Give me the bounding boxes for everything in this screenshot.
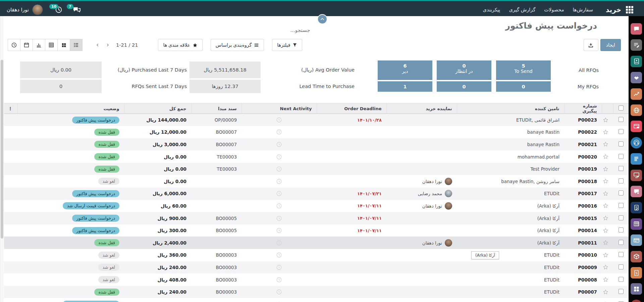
next-activity-cell[interactable] bbox=[241, 286, 317, 298]
activity-clock-icon[interactable] bbox=[276, 277, 282, 283]
star-icon[interactable] bbox=[603, 141, 608, 147]
row-select-cell[interactable] bbox=[613, 150, 629, 163]
barcode-app-icon[interactable] bbox=[631, 218, 642, 230]
tile-tosend-my[interactable]: 0 bbox=[496, 81, 551, 92]
tile-tosend-all[interactable]: 5 To Send bbox=[496, 60, 551, 80]
row-checkbox[interactable] bbox=[619, 203, 624, 208]
view-kanban-button[interactable] bbox=[57, 39, 70, 51]
row-checkbox[interactable] bbox=[619, 190, 624, 196]
table-row[interactable]: P00021banaye RastinBO000073,000.00 ریالق… bbox=[4, 138, 629, 151]
row-checkbox[interactable] bbox=[619, 240, 624, 245]
apps-grid-icon[interactable] bbox=[626, 6, 633, 13]
row-star-cell[interactable] bbox=[602, 114, 613, 126]
row-star-cell[interactable] bbox=[602, 187, 613, 200]
table-row[interactable]: P00010ETUDitBO00003360.00 ریاللغو شد bbox=[4, 249, 629, 261]
favorites-button[interactable]: علاقه مندی ها bbox=[158, 39, 202, 51]
star-icon[interactable] bbox=[603, 191, 608, 197]
row-star-cell[interactable] bbox=[602, 224, 613, 237]
row-checkbox[interactable] bbox=[619, 289, 624, 294]
star-icon[interactable] bbox=[603, 252, 608, 258]
activity-clock-icon[interactable] bbox=[276, 227, 282, 233]
activity-clock-icon[interactable] bbox=[276, 240, 282, 246]
row-select-cell[interactable] bbox=[613, 224, 629, 237]
row-star-cell[interactable] bbox=[602, 273, 613, 286]
website-app-icon[interactable] bbox=[631, 104, 642, 116]
status-header[interactable]: وضعیت bbox=[17, 103, 124, 114]
activity-clock-icon[interactable] bbox=[276, 166, 282, 172]
app-menu-purchase[interactable]: خرید bbox=[606, 6, 621, 14]
source-document-header[interactable]: سند مبدا bbox=[191, 103, 241, 114]
table-row[interactable]: P00023ETUDit, اشراق قائمی۱۴۰۱/۱۰/۲۸OP/00… bbox=[4, 114, 629, 126]
row-select-cell[interactable] bbox=[613, 273, 629, 286]
pager-previous-button[interactable] bbox=[93, 40, 103, 50]
star-icon[interactable] bbox=[603, 289, 608, 295]
row-star-cell[interactable] bbox=[602, 175, 613, 187]
row-select-cell[interactable] bbox=[613, 236, 629, 249]
user-menu[interactable]: نورا دهقان bbox=[7, 7, 29, 13]
activity-clock-icon[interactable] bbox=[276, 190, 282, 197]
table-row[interactable]: P00014آرکا (Arka)۱۴۰۱/۰۷/۱۱BO00005300.00… bbox=[4, 224, 629, 237]
star-icon[interactable] bbox=[603, 154, 608, 160]
menu-products[interactable]: محصولات bbox=[544, 7, 564, 12]
select-all-checkbox[interactable] bbox=[619, 105, 624, 111]
row-checkbox[interactable] bbox=[619, 129, 624, 134]
row-checkbox[interactable] bbox=[619, 166, 624, 171]
row-checkbox[interactable] bbox=[619, 215, 624, 220]
table-row[interactable]: P00017ETUDitمحمد رضایی۱۴۰۱/۰۷/۲۱6,000.00… bbox=[4, 187, 629, 200]
view-graph-button[interactable] bbox=[33, 39, 45, 51]
scroll-top-button[interactable] bbox=[317, 14, 327, 24]
menu-reporting[interactable]: گزارش گیری bbox=[509, 7, 535, 12]
table-row[interactable]: P00008ETUDitBO00003408.00 ریاللغو شد bbox=[4, 273, 629, 286]
row-select-cell[interactable] bbox=[613, 126, 629, 138]
next-activity-cell[interactable] bbox=[241, 187, 317, 200]
total-header[interactable]: جمع کل bbox=[124, 103, 191, 114]
row-star-cell[interactable] bbox=[602, 249, 613, 261]
next-activity-cell[interactable] bbox=[241, 126, 317, 138]
notes-app-icon[interactable] bbox=[631, 39, 642, 51]
next-activity-cell[interactable] bbox=[241, 224, 317, 237]
row-select-cell[interactable] bbox=[613, 200, 629, 212]
table-row[interactable]: P00016آرکا (Arka)نورا دهقان۱۴۰۱/۰۷/۱۱60.… bbox=[4, 200, 629, 212]
row-checkbox[interactable] bbox=[619, 178, 624, 183]
row-star-cell[interactable] bbox=[602, 126, 613, 138]
next-activity-cell[interactable] bbox=[241, 150, 317, 163]
view-pivot-button[interactable] bbox=[45, 39, 58, 51]
row-checkbox[interactable] bbox=[619, 252, 624, 257]
activity-clock-icon[interactable] bbox=[276, 154, 282, 160]
next-activity-cell[interactable] bbox=[241, 138, 317, 151]
table-row[interactable]: P00022banaye RastinBO0000712,000.00 ریال… bbox=[4, 126, 629, 138]
view-calendar-button[interactable] bbox=[20, 39, 33, 51]
reference-header[interactable]: شماره پیگیری bbox=[564, 103, 602, 114]
row-select-cell[interactable] bbox=[613, 261, 629, 274]
row-star-cell[interactable] bbox=[602, 200, 613, 212]
export-download-button[interactable] bbox=[584, 39, 598, 51]
activity-clock-icon[interactable] bbox=[276, 264, 282, 270]
row-checkbox[interactable] bbox=[619, 154, 624, 159]
filters-button[interactable]: فیلترها bbox=[272, 39, 302, 51]
purchase-rep-header[interactable]: نماینده خرید bbox=[386, 103, 457, 114]
row-select-cell[interactable] bbox=[613, 212, 629, 224]
view-activity-button[interactable] bbox=[8, 39, 20, 51]
row-checkbox[interactable] bbox=[619, 141, 624, 146]
activity-clock-icon[interactable] bbox=[276, 117, 282, 123]
star-icon[interactable] bbox=[603, 277, 608, 283]
messages-systray[interactable]: 7 bbox=[72, 6, 81, 13]
optional-columns-button[interactable]: ⋮ bbox=[4, 103, 17, 114]
row-select-cell[interactable] bbox=[613, 187, 629, 200]
row-checkbox[interactable] bbox=[619, 277, 624, 282]
tile-late-all[interactable]: 6 دیر bbox=[378, 60, 432, 80]
star-icon[interactable] bbox=[603, 166, 608, 172]
timesheets-app-icon[interactable] bbox=[631, 300, 642, 302]
star-icon[interactable] bbox=[603, 129, 608, 135]
activity-clock-icon[interactable] bbox=[276, 129, 282, 135]
sales-app-icon[interactable] bbox=[631, 88, 642, 100]
row-select-cell[interactable] bbox=[613, 114, 629, 126]
crm-app-icon[interactable] bbox=[631, 72, 642, 83]
create-button[interactable]: ایجاد bbox=[600, 39, 621, 51]
row-star-cell[interactable] bbox=[602, 298, 613, 302]
next-activity-cell[interactable] bbox=[241, 298, 317, 302]
table-row[interactable]: P00018banaye Rastin, سامر روشننورا دهقان… bbox=[4, 175, 629, 187]
row-star-cell[interactable] bbox=[602, 261, 613, 274]
star-icon[interactable] bbox=[603, 117, 608, 123]
next-activity-cell[interactable] bbox=[241, 261, 317, 274]
